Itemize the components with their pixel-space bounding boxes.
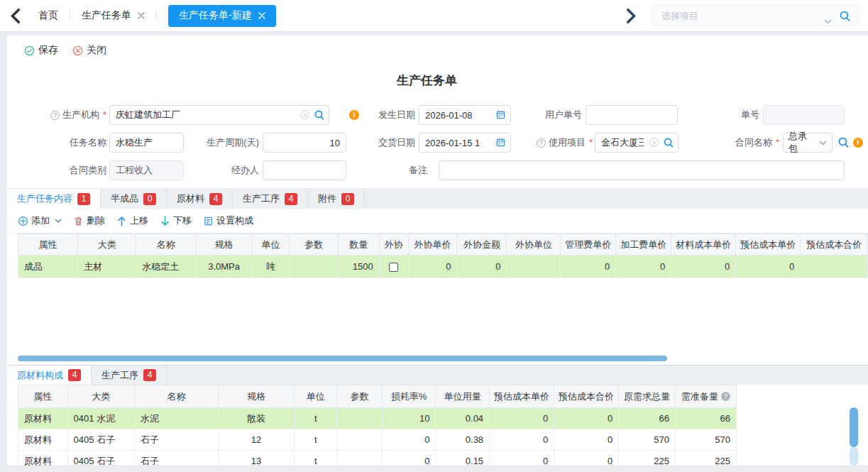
- col-header: 属性: [18, 385, 68, 408]
- check-circle-icon: [24, 45, 35, 56]
- search-icon[interactable]: [663, 137, 674, 148]
- col-header: 单位: [252, 234, 290, 256]
- top-tab-bar: 首页 生产任务单 生产任务单-新建: [0, 0, 868, 32]
- clear-icon[interactable]: [300, 110, 309, 119]
- user-no-field: [586, 105, 678, 125]
- user-no-input[interactable]: [586, 105, 678, 125]
- remark-input[interactable]: [439, 160, 845, 180]
- cell: 225: [619, 451, 676, 466]
- close-icon[interactable]: [258, 12, 265, 19]
- vertical-scrollbar-thumb[interactable]: [850, 407, 858, 447]
- help-icon[interactable]: [50, 111, 60, 120]
- tab-production-process-bottom[interactable]: 生产工序4: [92, 366, 167, 385]
- org-input[interactable]: [109, 105, 329, 125]
- tab-home-label: 首页: [38, 9, 58, 22]
- search-icon[interactable]: [839, 10, 851, 22]
- issue-date-field: [419, 105, 511, 125]
- outsource-checkbox[interactable]: [389, 263, 398, 272]
- tab-production-task[interactable]: 生产任务单: [82, 9, 145, 22]
- col-header: 预估成本单价: [490, 385, 554, 408]
- project-select: [652, 5, 858, 26]
- cell-outsource: [379, 256, 408, 278]
- handler-input[interactable]: [263, 160, 346, 180]
- cell-category: 主材: [78, 256, 136, 278]
- cell: 散装: [218, 408, 294, 429]
- cell-process-fee: 0: [616, 256, 671, 278]
- main-table-wrap: 属性 大类 名称 规格 单位 参数 数量 外协 外协单价 外协金额 外协单位 管…: [18, 234, 868, 356]
- arrow-down-icon: [160, 216, 170, 226]
- project-field: [595, 133, 679, 153]
- col-header: 外协金额: [457, 234, 507, 256]
- cell: 石子: [135, 429, 219, 451]
- remark-label: 备注: [362, 160, 427, 180]
- doc-no-label: 单号: [706, 105, 759, 125]
- count-badge: 4: [68, 369, 81, 381]
- tab-raw-material-composition[interactable]: 原材料构成4: [7, 366, 92, 385]
- tab-attachments[interactable]: 附件0: [308, 189, 365, 209]
- cycle-days-label: 生产周期(天): [174, 133, 259, 153]
- table-row[interactable]: 原材料 0401 水泥 水泥 散装 t 10 0.04 0 0 66 66: [18, 408, 737, 429]
- tab-production-task-content[interactable]: 生产任务内容1: [7, 189, 101, 209]
- cell-outsource-unit: [507, 256, 561, 278]
- col-header: 外协单价: [408, 234, 457, 256]
- col-header: 加工费单价: [616, 234, 671, 256]
- table-row[interactable]: 成品 主材 水稳定土 3.0MPa 吨 1500 0 0 0 0 0 0: [18, 256, 868, 278]
- cell: 570: [619, 429, 676, 451]
- tab-semi-finished[interactable]: 半成品0: [101, 189, 167, 209]
- forward-icon[interactable]: [627, 11, 637, 21]
- tab-home[interactable]: 首页: [38, 9, 58, 22]
- cell-spec: 3.0MPa: [196, 256, 252, 278]
- col-header: 需准备量: [676, 385, 737, 408]
- table-row[interactable]: 原材料 0405 石子 石子 13 t 0 0.15 0 0 225 225: [18, 451, 737, 466]
- question-icon[interactable]: [721, 392, 730, 401]
- contract-name-value: 总承包: [789, 130, 815, 155]
- contract-type-input: [109, 160, 184, 180]
- search-icon[interactable]: [314, 109, 325, 121]
- col-header: 名称: [135, 385, 219, 408]
- info-icon[interactable]: [853, 138, 863, 148]
- cell: 0: [382, 429, 436, 451]
- tab-production-process[interactable]: 生产工序4: [233, 189, 308, 209]
- clear-icon[interactable]: [649, 138, 659, 147]
- close-icon[interactable]: [138, 12, 145, 19]
- tab-production-task-new[interactable]: 生产任务单-新建: [168, 5, 276, 27]
- help-icon[interactable]: [537, 138, 546, 148]
- remark-field: [439, 160, 845, 180]
- document-panel: 保存 关闭 生产任务单 生产机构* 发生日期 用户单号 单号: [7, 35, 868, 472]
- back-icon[interactable]: [10, 11, 20, 21]
- cell: [337, 408, 382, 429]
- close-button[interactable]: 关闭: [72, 44, 106, 57]
- search-icon[interactable]: [837, 136, 850, 148]
- chevron-down-icon: [55, 219, 62, 223]
- vertical-scrollbar-track[interactable]: [850, 447, 858, 466]
- horizontal-scrollbar[interactable]: [18, 356, 667, 361]
- task-name-input[interactable]: [109, 133, 184, 153]
- org-field: [109, 105, 329, 125]
- chevron-down-icon: [819, 141, 827, 146]
- chevron-down-icon[interactable]: [824, 14, 832, 27]
- delete-button[interactable]: 删除: [73, 214, 105, 227]
- move-down-button[interactable]: 下移: [160, 214, 192, 227]
- tab-raw-materials[interactable]: 原材料4: [167, 189, 233, 209]
- save-button[interactable]: 保存: [24, 44, 58, 57]
- col-header: 预估成本合价: [554, 385, 619, 408]
- move-up-button[interactable]: 上移: [116, 214, 148, 227]
- set-composition-button[interactable]: 设置构成: [203, 214, 253, 227]
- col-header: 属性: [18, 234, 78, 256]
- cell: 10: [382, 408, 436, 429]
- cell: 0: [382, 451, 436, 466]
- vertical-scrollbar[interactable]: [850, 385, 858, 466]
- table-row[interactable]: 原材料 0405 石子 石子 12 t 0 0.38 0 0 570 570: [18, 429, 737, 451]
- cell: 225: [676, 451, 737, 466]
- cell-unit: 吨: [252, 256, 290, 278]
- bottom-scroll-track[interactable]: [7, 466, 868, 472]
- cell: t: [295, 408, 337, 429]
- table-header-row: 属性 大类 名称 规格 单位 参数 数量 外协 外协单价 外协金额 外协单位 管…: [18, 234, 868, 256]
- contract-name-select[interactable]: 总承包: [783, 133, 833, 153]
- task-name-label: 任务名称: [13, 133, 106, 153]
- cell: t: [295, 451, 337, 466]
- add-button[interactable]: 添加: [18, 214, 62, 227]
- cell-outsource-price: 0: [408, 256, 457, 278]
- bottom-table-wrap: 属性 大类 名称 规格 单位 参数 损耗率% 单位用量 预估成本单价 预估成本合…: [18, 385, 737, 466]
- project-select-input[interactable]: [661, 11, 816, 21]
